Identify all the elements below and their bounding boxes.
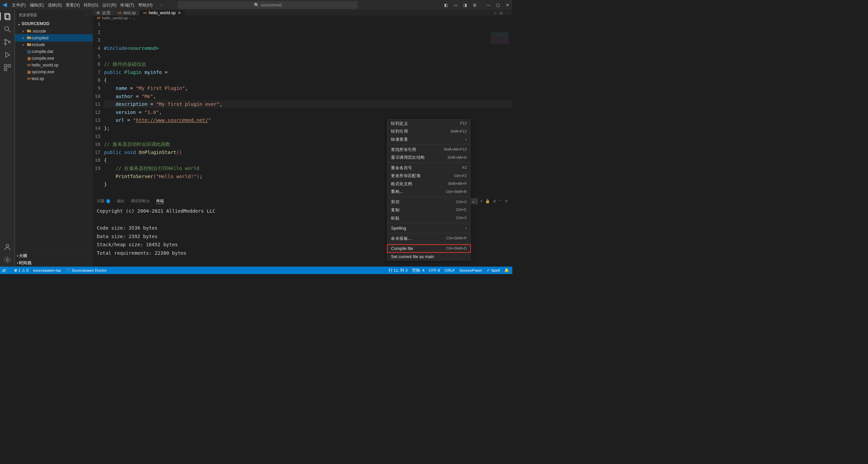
ctx-转到定义[interactable]: 转到定义F12 (387, 119, 471, 128)
svg-rect-8 (4, 65, 7, 67)
nav-forward-icon[interactable]: → (167, 3, 171, 7)
ctx-重构...[interactable]: 重构...Ctrl+Shift+R (387, 188, 471, 196)
ctx-重命名符号[interactable]: 重命名符号F2 (387, 164, 471, 172)
tree-hello_world.sp[interactable]: SPhello_world.sp (15, 62, 93, 69)
svg-line-3 (8, 30, 11, 32)
menu-编辑(E)[interactable]: 编辑(E) (28, 2, 46, 8)
ctx-剪切[interactable]: 剪切Ctrl+X (387, 198, 471, 206)
project-header[interactable]: ⌄ SOURCEMOD (15, 20, 93, 27)
panel-clear-icon[interactable]: ⊘ (493, 199, 496, 204)
activity-bar (0, 10, 15, 266)
menu-查看(V)[interactable]: 查看(V) (64, 2, 82, 8)
menu-运行(R)[interactable]: 运行(R) (100, 2, 119, 8)
panel-tab-终端[interactable]: 终端 (156, 198, 164, 204)
ctx-查找所有引用[interactable]: 查找所有引用Shift+Alt+F12 (387, 146, 471, 154)
layout-panel-icon[interactable]: ▭ (453, 3, 458, 7)
ctx-快速查看[interactable]: 快速查看› (387, 135, 471, 143)
ctx-粘贴[interactable]: 粘贴Ctrl+V (387, 214, 471, 222)
statusbar: ⇄ ⊗ 1 ⚠ 0 sourcepawn-lsp 🩺 Sourcepawn Do… (0, 267, 512, 274)
chevron-down-icon: ⌄ (472, 199, 475, 204)
sidebar-more-icon[interactable]: ⋯ (85, 13, 89, 17)
nav-back-icon[interactable]: ← (159, 3, 163, 7)
status-lsp[interactable]: sourcepawn-lsp (33, 268, 61, 273)
window-close-icon[interactable]: ✕ (505, 3, 510, 7)
tree-compiled[interactable]: ›compiled (15, 34, 93, 41)
editor-tabs: ⚙设置SPtest.spSPhello_world.sp✕ ▷ ◫ ⋯ (93, 10, 512, 16)
ctx-Spelling[interactable]: Spelling› (387, 224, 471, 232)
menu-文件(F)[interactable]: 文件(F) (10, 2, 27, 8)
activity-search-icon[interactable] (3, 25, 12, 33)
tree-.vscode[interactable]: ›.vscode (15, 27, 93, 34)
activity-account-icon[interactable] (3, 243, 12, 251)
svg-point-11 (6, 244, 9, 247)
tab-设置[interactable]: ⚙设置 (93, 10, 115, 16)
menu-选择(S)[interactable]: 选择(S) (46, 2, 64, 8)
status-indent[interactable]: 空格: 4 (412, 268, 425, 273)
svg-rect-9 (8, 65, 11, 67)
split-editor-icon[interactable]: ◫ (500, 11, 502, 14)
context-menu: 转到定义F12转到引用Shift+F12快速查看›查找所有引用Shift+Alt… (387, 119, 471, 261)
sidebar: 资源管理器 ⋯ ⌄ SOURCEMOD ›.vscode›compiled›in… (15, 10, 93, 266)
layout-customize-icon[interactable]: ⊞ (473, 3, 477, 7)
tab-test.sp[interactable]: SPtest.sp (114, 10, 139, 16)
tree-spcomp.exe[interactable]: ▣spcomp.exe (15, 69, 93, 75)
ctx-Compile file[interactable]: Compile fileCtrl+Shift+D (387, 245, 471, 253)
activity-settings-icon[interactable] (3, 256, 12, 264)
status-bell-icon[interactable]: 🔔 (504, 268, 509, 272)
tree-compile.exe[interactable]: ▣compile.exe (15, 55, 93, 62)
status-cursor[interactable]: 行 11, 列 3 (389, 268, 408, 273)
breadcrumb[interactable]: SP hello_world.sp › ... (93, 16, 512, 20)
search-icon: 🔍 (254, 3, 259, 7)
svg-rect-10 (4, 68, 7, 71)
tree-include[interactable]: ›include (15, 41, 93, 48)
ctx-更改所有匹配项[interactable]: 更改所有匹配项Ctrl+F2 (387, 172, 471, 180)
panel-filter-icon[interactable]: ≡ (480, 199, 483, 203)
window-maximize-icon[interactable]: ▢ (496, 3, 500, 7)
menu-终端(T)[interactable]: 终端(T) (118, 2, 136, 8)
panel-lock-icon[interactable]: 🔒 (485, 199, 490, 204)
layout-sidebar-right-icon[interactable]: ◨ (463, 3, 468, 7)
activity-explorer-icon[interactable] (3, 13, 12, 21)
activity-source-control-icon[interactable] (3, 38, 12, 46)
sidebar-timeline[interactable]: ›时间线 (15, 259, 93, 267)
panel-maximize-icon[interactable]: ⌃ (499, 199, 502, 204)
ctx-Set current file as main[interactable]: Set current file as main (387, 253, 471, 261)
minimap[interactable] (491, 32, 509, 44)
panel-tab-输出[interactable]: 输出 (117, 198, 124, 204)
panel-tab-调试控制台[interactable]: 调试控制台 (131, 198, 150, 204)
remote-indicator[interactable]: ⇄ (0, 267, 8, 274)
ctx-命令面板...[interactable]: 命令面板...Ctrl+Shift+P (387, 234, 471, 243)
status-eol[interactable]: CRLF (445, 268, 455, 273)
window-minimize-icon[interactable]: — (486, 3, 491, 7)
vscode-logo-icon (2, 2, 8, 8)
ctx-显示调用层次结构[interactable]: 显示调用层次结构Shift+Alt+H (387, 154, 471, 162)
svg-point-12 (6, 259, 8, 261)
ctx-复制[interactable]: 复制Ctrl+C (387, 206, 471, 214)
layout-sidebar-left-icon[interactable]: ◧ (444, 3, 449, 7)
file-tree: ›.vscode›compiled›include▤compile.dat▣co… (15, 27, 93, 252)
status-spell[interactable]: ✓ Spell (487, 268, 500, 272)
status-language[interactable]: SourcePawn (459, 268, 482, 273)
ctx-转到引用[interactable]: 转到引用Shift+F12 (387, 127, 471, 135)
tree-test.sp[interactable]: SPtest.sp (15, 75, 93, 82)
command-center[interactable]: 🔍 sourcemod (178, 1, 358, 9)
menu-转到(G)[interactable]: 转到(G) (82, 2, 100, 8)
status-problems[interactable]: ⊗ 1 ⚠ 0 (14, 268, 29, 272)
panel-tab-问题[interactable]: 问题1 (97, 198, 111, 204)
panel-close-icon[interactable]: ✕ (505, 199, 508, 204)
tab-hello_world.sp[interactable]: SPhello_world.sp✕ (140, 10, 185, 16)
menu-帮助(H)[interactable]: 帮助(H) (136, 2, 155, 8)
editor-more-icon[interactable]: ⋯ (506, 11, 509, 14)
status-doctor[interactable]: 🩺 Sourcepawn Doctor (65, 268, 107, 272)
svg-point-2 (5, 26, 9, 31)
ctx-格式化文档[interactable]: 格式化文档Shift+Alt+F (387, 180, 471, 188)
sidebar-outline[interactable]: ›大纲 (15, 252, 93, 259)
titlebar: 文件(F)编辑(E)选择(S)查看(V)转到(G)运行(R)终端(T)帮助(H)… (0, 0, 512, 10)
editor: ⚙设置SPtest.spSPhello_world.sp✕ ▷ ◫ ⋯ SP h… (93, 10, 512, 266)
activity-extensions-icon[interactable] (3, 64, 12, 72)
status-encoding[interactable]: UTF-8 (429, 268, 440, 273)
activity-run-debug-icon[interactable] (3, 51, 12, 59)
tree-compile.dat[interactable]: ▤compile.dat (15, 48, 93, 55)
tab-close-icon[interactable]: ✕ (178, 11, 181, 15)
run-icon[interactable]: ▷ (494, 11, 496, 14)
